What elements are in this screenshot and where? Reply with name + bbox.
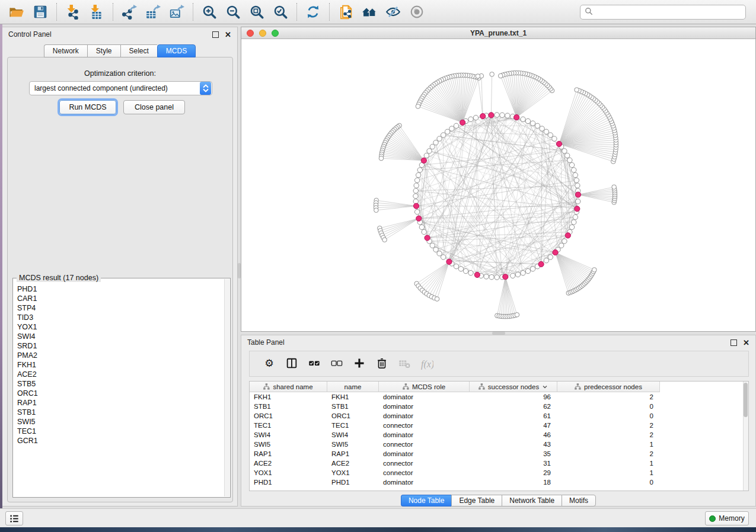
mcds-result-item[interactable]: PHD1 [17,284,224,294]
network-canvas[interactable] [241,39,755,331]
close-table-panel-icon[interactable]: ✕ [743,339,749,346]
tab-style[interactable]: Style [87,44,120,57]
criterion-dropdown[interactable]: largest connected component (undirected) [29,81,212,95]
table-cell: 47 [470,421,557,430]
refresh-button[interactable] [301,2,325,22]
float-panel-icon[interactable] [212,31,219,38]
search-field[interactable] [580,5,746,20]
column-type-icon [575,383,581,390]
table-cell: 0 [557,402,660,411]
table-row[interactable]: SWI5SWI5connector431 [250,440,748,449]
table-row[interactable]: STB1STB1dominator620 [250,402,748,411]
save-session-icon [33,4,48,20]
export-image-button[interactable] [165,2,189,22]
mcds-result-item[interactable]: RAP1 [17,398,224,408]
tab-select[interactable]: Select [120,44,157,57]
open-session-button[interactable] [5,2,28,22]
mcds-result-group: MCDS result (17 nodes) PHD1CAR1STP4TID3Y… [12,278,231,498]
table-row[interactable]: RAP1RAP1dominator352 [250,449,748,459]
table-cell: FKH1 [327,392,379,402]
network-window-titlebar[interactable]: YPA_prune.txt_1 [241,27,755,39]
mcds-result-item[interactable]: SWI4 [17,332,224,341]
zoom-in-button[interactable] [197,2,221,22]
float-table-panel-icon[interactable] [731,339,737,346]
show-columns-button[interactable] [280,354,303,374]
table-row[interactable]: YOX1YOX1connector291 [250,468,748,477]
export-table-button[interactable] [141,2,165,22]
tab-node-table[interactable]: Node Table [401,495,452,507]
table-scrollbar[interactable] [743,382,748,491]
mcds-result-item[interactable]: SRD1 [17,341,224,351]
table-row[interactable]: PHD1PHD1dominator180 [250,477,748,487]
tab-network[interactable]: Network [44,44,87,57]
deselect-all-button[interactable] [326,354,348,374]
column-header-successor-nodes[interactable]: successor nodes [470,382,557,392]
zoom-fit-button[interactable] [245,2,269,22]
delete-table-button [393,354,416,374]
table-toolbar: ⚙f(x) [249,351,749,377]
settings-gear-button[interactable]: ⚙ [258,354,280,374]
column-header-predecessor-nodes[interactable]: predecessor nodes [557,382,660,392]
tab-mcds[interactable]: MCDS [157,44,196,57]
mcds-result-list[interactable]: PHD1CAR1STP4TID3YOX1SWI4SRD1PMA2FKH1ACE2… [14,282,224,496]
mcds-result-item[interactable]: ACE2 [17,370,224,379]
mcds-result-item[interactable]: FKH1 [17,360,224,370]
zoom-out-button[interactable] [221,2,245,22]
tab-edge-table[interactable]: Edge Table [451,495,502,507]
close-panel-icon[interactable]: ✕ [225,31,231,38]
tab-motifs[interactable]: Motifs [562,495,596,507]
mcds-result-item[interactable]: STP4 [17,303,224,313]
table-cell: 2 [557,392,660,402]
zoom-selected-icon [273,4,288,20]
memory-button[interactable]: Memory [705,511,749,525]
table-cell: dominator [379,402,470,411]
save-session-button[interactable] [28,2,52,22]
show-panels-eye-button[interactable] [405,2,429,22]
mcds-result-item[interactable]: STB1 [17,408,224,417]
mcds-result-item[interactable]: ORC1 [17,389,224,398]
mcds-result-item[interactable]: YOX1 [17,322,224,332]
column-header-shared-name[interactable]: shared name [250,382,327,392]
delete-table-icon [398,357,411,370]
export-table-icon [145,4,161,20]
import-table-button[interactable] [85,2,109,22]
close-panel-button[interactable]: Close panel [123,100,185,114]
mcds-result-item[interactable]: TID3 [17,313,224,322]
tab-network-table[interactable]: Network Table [502,495,562,507]
table-scrollbar-thumb[interactable] [744,383,748,417]
mcds-result-scrollbar[interactable] [224,279,229,496]
export-network-button[interactable] [117,2,141,22]
search-input[interactable] [596,5,745,19]
hide-panels-eye-button[interactable] [381,2,405,22]
network-file-button[interactable] [334,2,358,22]
table-row[interactable]: TEC1TEC1connector472 [250,421,748,430]
column-header-name[interactable]: name [327,382,379,392]
table-row[interactable]: ACE2ACE2connector311 [250,459,748,468]
add-button[interactable] [348,354,371,374]
svg-text:f(x): f(x) [421,359,433,370]
table-row[interactable]: SWI4SWI4dominator462 [250,430,748,440]
table-cell: 1 [557,440,660,449]
sort-desc-icon [542,384,548,390]
mcds-result-item[interactable]: TEC1 [17,427,224,436]
table-panel-title: Table Panel [247,338,285,347]
import-network-button[interactable] [61,2,85,22]
mcds-result-item[interactable]: STB5 [17,379,224,389]
mcds-result-item[interactable]: CAR1 [17,294,224,303]
table-row[interactable]: ORC1ORC1dominator610 [250,411,748,421]
control-panel-tabs: NetworkStyleSelectMCDS [2,44,237,57]
delete-button[interactable] [371,354,393,374]
mcds-result-item[interactable]: GCR1 [17,436,224,446]
table-row[interactable]: FKH1FKH1dominator962 [250,392,748,402]
select-all-button[interactable] [303,354,326,374]
zoom-selected-button[interactable] [269,2,292,22]
panel-list-button[interactable] [5,511,23,525]
network-graph[interactable] [241,39,755,331]
home-button[interactable] [358,2,381,22]
run-mcds-button[interactable]: Run MCDS [59,100,116,114]
column-header-MCDS-role[interactable]: MCDS role [379,382,470,392]
mcds-result-item[interactable]: PMA2 [17,351,224,360]
table-cell: 1 [557,468,660,477]
table-cell: ORC1 [250,411,327,421]
mcds-result-item[interactable]: SWI5 [17,417,224,427]
